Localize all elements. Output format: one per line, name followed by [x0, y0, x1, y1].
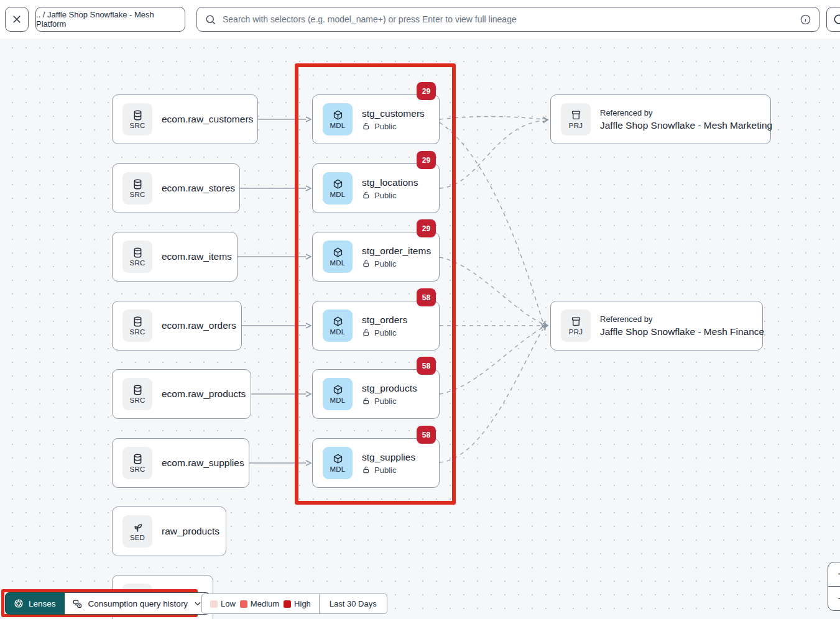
database-icon — [132, 178, 144, 190]
query-count-badge: 58 — [417, 426, 436, 444]
node-type-label: SRC — [130, 259, 145, 267]
zoom-out-button[interactable]: − — [828, 587, 840, 610]
node-type-label: MDL — [330, 465, 346, 473]
lenses-bar: Lenses Consumption query history — [5, 592, 210, 615]
search-input[interactable] — [223, 14, 793, 24]
source-icon-box: SRC — [122, 103, 152, 135]
model-icon-box: MDL — [323, 103, 353, 135]
lock-open-icon — [362, 328, 371, 337]
legend-swatch-low — [210, 600, 218, 608]
node-model-stg-supplies[interactable]: 58 MDL stg_supplies Public — [312, 438, 440, 488]
node-source-raw-stores[interactable]: SRC ecom.raw_stores — [112, 163, 240, 213]
legend-item-low: Low — [210, 599, 236, 608]
node-title: stg_customers — [362, 108, 425, 119]
node-title: stg_order_items — [362, 245, 431, 257]
node-source-raw-items[interactable]: SRC ecom.raw_items — [112, 232, 238, 282]
top-bar: .. / Jaffle Shop Snowflake - Mesh Platfo… — [0, 0, 840, 39]
info-icon[interactable] — [800, 14, 811, 25]
query-count-badge: 58 — [417, 357, 436, 375]
breadcrumb[interactable]: .. / Jaffle Shop Snowflake - Mesh Platfo… — [35, 7, 185, 32]
node-type-label: MDL — [330, 397, 346, 404]
node-title: ecom.raw_orders — [162, 320, 236, 331]
close-icon — [11, 14, 22, 25]
access-label: Public — [374, 328, 396, 337]
source-icon-box: SRC — [122, 378, 152, 410]
lens-selected-label: Consumption query history — [88, 599, 188, 608]
cube-icon — [332, 384, 344, 396]
access-label: Public — [374, 122, 396, 131]
model-icon-box: MDL — [323, 310, 353, 342]
query-count-badge: 29 — [417, 82, 436, 100]
node-type-label: MDL — [330, 328, 346, 336]
legend-label: Medium — [251, 599, 279, 608]
node-source-raw-orders[interactable]: SRC ecom.raw_orders — [112, 301, 242, 351]
lineage-page: .. / Jaffle Shop Snowflake - Mesh Platfo… — [0, 0, 840, 619]
node-source-raw-products[interactable]: SRC ecom.raw_products — [112, 369, 251, 419]
node-source-raw-supplies[interactable]: SRC ecom.raw_supplies — [112, 438, 249, 488]
cube-icon — [332, 316, 344, 328]
node-title: ecom.raw_customers — [162, 114, 253, 125]
node-title: stg_locations — [362, 177, 418, 188]
lineage-search — [196, 7, 819, 32]
access-label: Public — [374, 191, 396, 200]
database-icon — [132, 384, 144, 396]
query-history-icon — [72, 598, 83, 609]
node-type-label: PRJ — [569, 122, 583, 129]
model-icon-box: MDL — [323, 447, 353, 479]
lenses-label: Lenses — [29, 599, 56, 608]
node-title: raw_products — [162, 526, 219, 537]
legend-items: Low Medium High — [202, 594, 319, 613]
circular-icon — [833, 13, 840, 25]
lock-open-icon — [362, 191, 371, 199]
lens-legend: Low Medium High Last 30 Days — [201, 594, 387, 614]
lock-open-icon — [362, 465, 371, 474]
database-icon — [132, 453, 144, 465]
node-model-stg-customers[interactable]: 29 MDL stg_customers Public — [312, 94, 440, 144]
node-type-label: SRC — [130, 191, 145, 198]
query-count-badge: 29 — [417, 151, 436, 169]
model-icon-box: MDL — [323, 241, 353, 273]
node-type-label: SED — [130, 534, 145, 541]
node-source-raw-customers[interactable]: SRC ecom.raw_customers — [112, 94, 258, 144]
cube-icon — [332, 178, 344, 190]
node-title: stg_supplies — [362, 452, 415, 463]
node-title: Jaffle Shop Snowflake - Mesh Finance — [600, 326, 764, 337]
access-label: Public — [374, 465, 396, 475]
node-title: Jaffle Shop Snowflake - Mesh Marketing — [600, 120, 772, 131]
legend-swatch-high — [284, 600, 291, 608]
access-label: Public — [374, 397, 396, 406]
lock-open-icon — [362, 259, 371, 268]
access-row: Public — [362, 259, 431, 268]
access-row: Public — [362, 122, 425, 131]
lenses-button[interactable]: Lenses — [5, 592, 65, 615]
query-count-badge: 58 — [417, 288, 436, 306]
legend-label: High — [294, 599, 311, 608]
node-project-mesh-marketing[interactable]: PRJ Referenced by Jaffle Shop Snowflake … — [550, 94, 771, 144]
node-title: ecom.raw_supplies — [162, 457, 244, 469]
zoom-in-button[interactable]: + — [828, 562, 840, 587]
project-icon — [570, 109, 582, 121]
node-title: ecom.raw_products — [162, 388, 246, 400]
legend-label: Low — [221, 599, 236, 608]
lens-selector[interactable]: Consumption query history — [65, 592, 211, 615]
search-icon — [205, 14, 216, 25]
node-model-stg-locations[interactable]: 29 MDL stg_locations Public — [312, 163, 440, 213]
node-type-label: SRC — [130, 328, 145, 336]
source-icon-box: SRC — [122, 172, 152, 204]
node-project-mesh-finance[interactable]: PRJ Referenced by Jaffle Shop Snowflake … — [550, 301, 763, 351]
lock-open-icon — [362, 397, 371, 405]
node-type-label: MDL — [330, 191, 346, 198]
referenced-by-label: Referenced by — [600, 314, 764, 324]
access-row: Public — [362, 397, 417, 406]
node-title: stg_products — [362, 383, 417, 394]
node-model-stg-order-items[interactable]: 29 MDL stg_order_items Public — [312, 232, 440, 282]
zoom-controls: + − — [828, 562, 840, 611]
node-seed-raw-products[interactable]: SED raw_products — [112, 507, 226, 556]
node-model-stg-products[interactable]: 58 MDL stg_products Public — [312, 369, 440, 419]
topbar-right-button[interactable] — [826, 7, 840, 32]
access-row: Public — [362, 191, 418, 200]
close-button[interactable] — [5, 7, 29, 32]
node-model-stg-orders[interactable]: 58 MDL stg_orders Public — [312, 301, 440, 351]
access-label: Public — [374, 259, 396, 268]
database-icon — [132, 316, 144, 328]
